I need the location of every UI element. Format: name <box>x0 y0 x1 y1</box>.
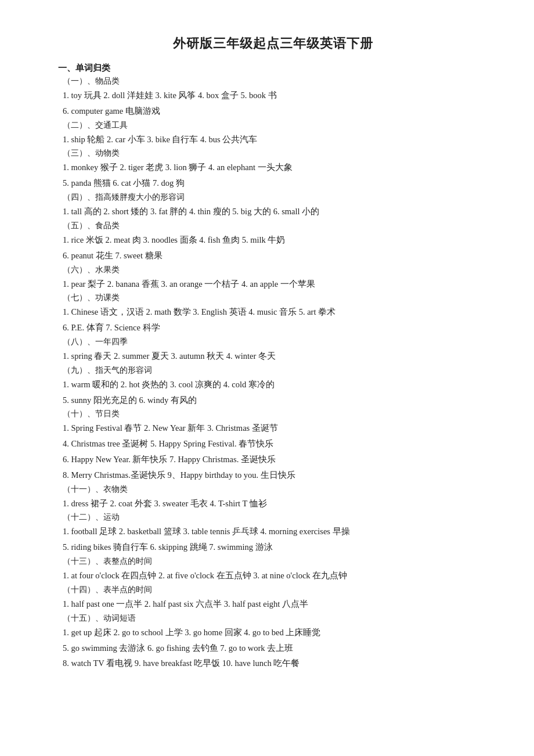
content-line: 5. riding bikes 骑自行车 6. skipping 跳绳 7. s… <box>63 539 488 555</box>
content-line: 1. monkey 猴子 2. tiger 老虎 3. lion 狮子 4. a… <box>63 160 488 175</box>
content-line: 1. rice 米饭 2. meat 肉 3. noodles 面条 4. fi… <box>63 232 488 248</box>
subsection-label: （十）、节日类 <box>63 409 488 419</box>
subsection-label: （七）、功课类 <box>63 293 488 303</box>
content-line: 1. football 足球 2. basketball 篮球 3. table… <box>63 524 488 539</box>
subsection-label: （一）、物品类 <box>63 76 488 87</box>
section-label: 一、单词归类 <box>58 63 488 74</box>
subsection-label: （九）、指天气的形容词 <box>63 365 488 376</box>
subsection-time-half: （十四）、表半点的时间 1. half past one 一点半 2. half… <box>58 585 488 612</box>
content-line: 6. P.E. 体育 7. Science 科学 <box>63 320 488 336</box>
content-line: 6. peanut 花生 7. sweet 糖果 <box>63 248 488 264</box>
subsection-sports: （十二）、运动 1. football 足球 2. basketball 篮球 … <box>58 512 488 555</box>
content-line: 5. sunny 阳光充足的 6. windy 有风的 <box>63 393 488 408</box>
subsection-items: （一）、物品类 1. toy 玩具 2. doll 洋娃娃 3. kite 风筝… <box>58 76 488 119</box>
content-line: 4. Christmas tree 圣诞树 5. Happy Spring Fe… <box>63 436 488 452</box>
content-line: 6. Happy New Year. 新年快乐 7. Happy Christm… <box>63 452 488 467</box>
content-line: 5. go swimming 去游泳 6. go fishing 去钓鱼 7. … <box>63 640 488 656</box>
content-line: 1. Spring Festival 春节 2. New Year 新年 3. … <box>63 420 488 436</box>
subsection-adj: （四）、指高矮胖瘦大小的形容词 1. tall 高的 2. short 矮的 3… <box>58 192 488 219</box>
content-line: 1. pear 梨子 2. banana 香蕉 3. an orange 一个桔… <box>63 276 488 292</box>
subsection-label: （三）、动物类 <box>63 148 488 159</box>
subsection-label: （四）、指高矮胖瘦大小的形容词 <box>63 192 488 203</box>
subsection-label: （八）、一年四季 <box>63 337 488 347</box>
content-line: 1. warm 暖和的 2. hot 炎热的 3. cool 凉爽的 4. co… <box>63 377 488 393</box>
subsection-holidays: （十）、节日类 1. Spring Festival 春节 2. New Yea… <box>58 409 488 483</box>
content-line: 1. dress 裙子 2. coat 外套 3. sweater 毛衣 4. … <box>63 496 488 512</box>
subsection-animals: （三）、动物类 1. monkey 猴子 2. tiger 老虎 3. lion… <box>58 148 488 191</box>
content-line: 1. ship 轮船 2. car 小车 3. bike 自行车 4. bus … <box>63 132 488 147</box>
subsection-verb-phrases: （十五）、动词短语 1. get up 起床 2. go to school 上… <box>58 613 488 671</box>
content-line: 1. tall 高的 2. short 矮的 3. fat 胖的 4. thin… <box>63 204 488 219</box>
subsection-subjects: （七）、功课类 1. Chinese 语文，汉语 2. math 数学 3. E… <box>58 293 488 336</box>
content-line: 8. watch TV 看电视 9. have breakfast 吃早饭 10… <box>63 656 488 671</box>
subsection-food: （五）、食品类 1. rice 米饭 2. meat 肉 3. noodles … <box>58 221 488 264</box>
subsection-time-oclock: （十三）、表整点的时间 1. at four o'clock 在四点钟 2. a… <box>58 556 488 584</box>
content-line: 1. get up 起床 2. go to school 上学 3. go ho… <box>63 625 488 640</box>
subsection-label: （十二）、运动 <box>63 512 488 523</box>
content-line: 1. half past one 一点半 2. half past six 六点… <box>63 596 488 612</box>
content-line: 5. panda 熊猫 6. cat 小猫 7. dog 狗 <box>63 175 488 191</box>
subsection-label: （五）、食品类 <box>63 221 488 231</box>
subsection-fruit: （六）、水果类 1. pear 梨子 2. banana 香蕉 3. an or… <box>58 265 488 292</box>
subsection-label: （十一）、衣物类 <box>63 484 488 495</box>
subsection-weather: （九）、指天气的形容词 1. warm 暖和的 2. hot 炎热的 3. co… <box>58 365 488 408</box>
subsection-label: （十五）、动词短语 <box>63 613 488 624</box>
content-line: 8. Merry Christmas.圣诞快乐 9、Happy birthday… <box>63 467 488 483</box>
content-line: 1. Chinese 语文，汉语 2. math 数学 3. English 英… <box>63 304 488 320</box>
content-line: 1. toy 玩具 2. doll 洋娃娃 3. kite 风筝 4. box … <box>63 88 488 103</box>
subsection-label: （二）、交通工具 <box>63 120 488 131</box>
subsection-transport: （二）、交通工具 1. ship 轮船 2. car 小车 3. bike 自行… <box>58 120 488 147</box>
content-line: 6. computer game 电脑游戏 <box>63 103 488 119</box>
subsection-label: （十三）、表整点的时间 <box>63 556 488 567</box>
subsection-clothes: （十一）、衣物类 1. dress 裙子 2. coat 外套 3. sweat… <box>58 484 488 512</box>
subsection-label: （十四）、表半点的时间 <box>63 585 488 595</box>
subsection-label: （六）、水果类 <box>63 265 488 275</box>
subsection-seasons: （八）、一年四季 1. spring 春天 2. summer 夏天 3. au… <box>58 337 488 364</box>
section-vocabulary: 一、单词归类 （一）、物品类 1. toy 玩具 2. doll 洋娃娃 3. … <box>58 63 488 671</box>
content-line: 1. spring 春天 2. summer 夏天 3. autumn 秋天 4… <box>63 348 488 364</box>
content-line: 1. at four o'clock 在四点钟 2. at five o'clo… <box>63 568 488 584</box>
page-title: 外研版三年级起点三年级英语下册 <box>58 35 488 52</box>
